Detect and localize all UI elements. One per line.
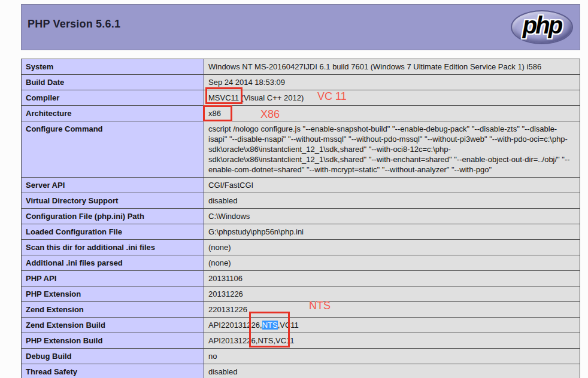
row-label: Debug Build	[22, 349, 204, 364]
row-value: Windows NT MS-20160427IJDI 6.1 build 760…	[204, 59, 580, 75]
row-label: Virtual Directory Support	[22, 193, 204, 209]
phpinfo-table: SystemWindows NT MS-20160427IJDI 6.1 bui…	[21, 59, 580, 378]
row-value: cscript /nologo configure.js "--enable-s…	[204, 121, 580, 178]
table-row: Scan this dir for additional .ini files(…	[22, 240, 580, 255]
table-row: Zend Extension220131226	[22, 302, 580, 318]
row-label: Zend Extension Build	[22, 318, 204, 333]
row-label: Configure Command	[22, 121, 204, 178]
row-value: MSVC11 (Visual C++ 2012)	[204, 90, 580, 106]
row-label: Server API	[22, 178, 204, 193]
page-title: PHP Version 5.6.1	[28, 18, 120, 31]
table-row: PHP API20131106	[22, 271, 580, 286]
table-row: CompilerMSVC11 (Visual C++ 2012)	[22, 90, 580, 106]
row-value: C:\Windows	[204, 209, 580, 224]
row-value: Sep 24 2014 18:53:09	[204, 75, 580, 90]
row-label: Additional .ini files parsed	[22, 255, 204, 271]
table-row: SystemWindows NT MS-20160427IJDI 6.1 bui…	[22, 59, 580, 75]
row-label: Loaded Configuration File	[22, 224, 204, 240]
row-value: disabled	[204, 193, 580, 209]
row-label: Compiler	[22, 90, 204, 106]
row-value: 220131226	[204, 302, 580, 318]
row-label: PHP API	[22, 271, 204, 286]
selection-highlight: NTS	[262, 321, 278, 330]
row-value: x86	[204, 106, 580, 121]
row-value: 20131226	[204, 286, 580, 302]
row-value: G:\phpstudy\php56n\php.ini	[204, 224, 580, 240]
php-logo: php	[508, 8, 575, 47]
table-row: Server APICGI/FastCGI	[22, 178, 580, 193]
row-value-text: ,VC11	[278, 321, 299, 330]
table-row: Architecturex86	[22, 106, 580, 121]
row-label: PHP Extension Build	[22, 333, 204, 349]
table-row: PHP Extension20131226	[22, 286, 580, 302]
row-value: CGI/FastCGI	[204, 178, 580, 193]
table-row: Loaded Configuration FileG:\phpstudy\php…	[22, 224, 580, 240]
table-row: Additional .ini files parsed(none)	[22, 255, 580, 271]
row-value: API20131226,NTS,VC11	[204, 333, 580, 349]
table-row: Thread Safetydisabled	[22, 364, 580, 378]
row-label: Build Date	[22, 75, 204, 90]
table-row: Zend Extension BuildAPI220131226,NTS,VC1…	[22, 318, 580, 333]
row-label: Configuration File (php.ini) Path	[22, 209, 204, 224]
php-logo-oval: php	[511, 10, 573, 44]
row-value: disabled	[204, 364, 580, 378]
table-row: Configuration File (php.ini) PathC:\Wind…	[22, 209, 580, 224]
row-label: Architecture	[22, 106, 204, 121]
row-value: (none)	[204, 240, 580, 255]
row-label: PHP Extension	[22, 286, 204, 302]
table-row: Virtual Directory Supportdisabled	[22, 193, 580, 209]
row-value: 20131106	[204, 271, 580, 286]
row-value-text: API220131226,	[208, 321, 262, 330]
table-row: Configure Commandcscript /nologo configu…	[22, 121, 580, 178]
row-value: API220131226,NTS,VC11	[204, 318, 580, 333]
row-value: no	[204, 349, 580, 364]
row-label: Zend Extension	[22, 302, 204, 318]
table-row: Debug Buildno	[22, 349, 580, 364]
table-row: Build DateSep 24 2014 18:53:09	[22, 75, 580, 90]
php-logo-text: php	[523, 12, 561, 43]
row-label: Scan this dir for additional .ini files	[22, 240, 204, 255]
header-band: PHP Version 5.6.1 php	[21, 4, 580, 50]
row-label: System	[22, 59, 204, 75]
row-value: (none)	[204, 255, 580, 271]
row-label: Thread Safety	[22, 364, 204, 378]
table-row: PHP Extension BuildAPI20131226,NTS,VC11	[22, 333, 580, 349]
